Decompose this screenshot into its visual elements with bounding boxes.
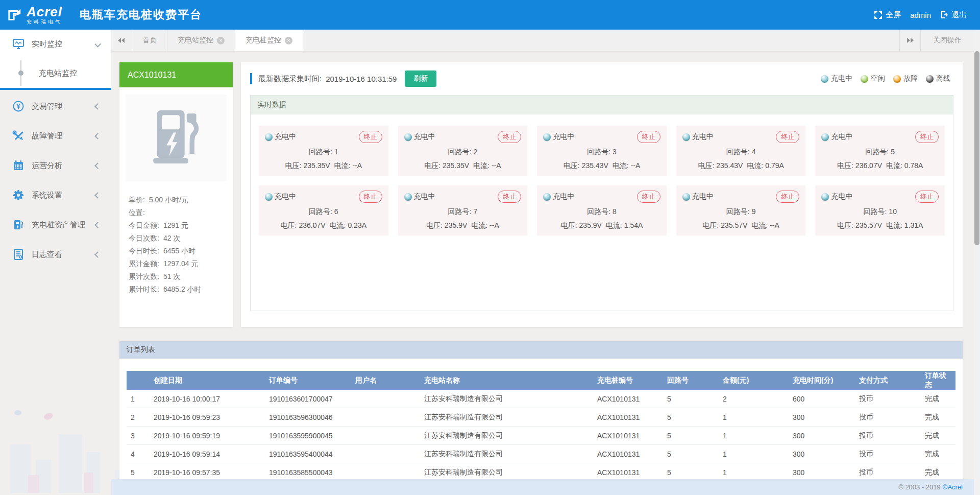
sidebar-item-transaction-management[interactable]: 交易管理 bbox=[0, 91, 111, 121]
stat-value: 5.00 小时/元 bbox=[149, 196, 188, 204]
logout-label: 退出 bbox=[951, 10, 967, 20]
tab-home[interactable]: 首页 bbox=[132, 30, 167, 51]
terminate-button[interactable]: 终止 bbox=[359, 191, 382, 203]
charging-pile-icon bbox=[12, 219, 24, 231]
stat-label: 今日金额: bbox=[129, 221, 159, 229]
sidebar-item-fault-management[interactable]: 故障管理 bbox=[0, 121, 111, 151]
logo-subtext: 安科瑞电气 bbox=[27, 19, 62, 25]
sidebar-item-label: 实时监控 bbox=[32, 39, 62, 49]
current-label: 电流: bbox=[334, 161, 350, 170]
acrel-footer-link[interactable]: ©Acrel bbox=[943, 483, 963, 491]
status-dot-icon bbox=[893, 75, 901, 83]
order-cell: 5 bbox=[663, 445, 719, 463]
realtime-monitor-panel: 最新数据采集时间: 2019-10-16 10:31:59 刷新 充电中 空闲 … bbox=[241, 62, 963, 327]
tabs-scroll-right-button[interactable] bbox=[899, 30, 920, 51]
close-operations-label: 关闭操作 bbox=[933, 36, 962, 45]
charging-status-icon bbox=[265, 133, 273, 141]
gear-icon bbox=[12, 189, 24, 201]
order-cell: 2019-10-16 09:59:23 bbox=[150, 408, 265, 427]
stat-value: 1291 元 bbox=[163, 221, 188, 229]
legend-label: 离线 bbox=[936, 74, 950, 83]
order-cell bbox=[351, 445, 420, 463]
charging-status-icon bbox=[682, 133, 690, 141]
voltage-value: 236.07V bbox=[855, 161, 882, 170]
index-column-header bbox=[127, 371, 150, 390]
orders-column-header: 充电站名称 bbox=[420, 371, 593, 390]
terminate-button[interactable]: 终止 bbox=[498, 191, 521, 203]
circuit-card: 充电中 终止 回路号:10 电压:235.57V 电流:1.31A bbox=[815, 185, 945, 235]
order-cell: ACX1010131 bbox=[593, 390, 663, 408]
terminate-button[interactable]: 终止 bbox=[915, 191, 939, 203]
voltage-label: 电压: bbox=[424, 161, 440, 170]
close-icon[interactable]: × bbox=[285, 37, 292, 44]
scrollbar-thumb[interactable] bbox=[974, 51, 979, 245]
sidebar-subitem-label: 充电站监控 bbox=[39, 68, 77, 78]
order-cell: 1 bbox=[719, 408, 789, 427]
station-icon-box bbox=[126, 95, 227, 181]
order-row: 42019-10-16 09:59:141910163595400044江苏安科… bbox=[127, 445, 955, 463]
circuit-status-label: 充电中 bbox=[553, 192, 574, 201]
terminate-button[interactable]: 终止 bbox=[498, 131, 521, 143]
fullscreen-button[interactable]: 全屏 bbox=[874, 10, 901, 20]
voltage-label: 电压: bbox=[426, 221, 443, 229]
circuit-card: 充电中 终止 回路号:8 电压:235.9V 电流:1.54A bbox=[537, 185, 667, 235]
terminate-button[interactable]: 终止 bbox=[359, 131, 382, 143]
station-stat: 今日次数:42 次 bbox=[129, 232, 233, 245]
sidebar-item-label: 交易管理 bbox=[32, 102, 62, 111]
order-cell: 江苏安科瑞制造有限公司 bbox=[420, 408, 593, 427]
order-cell: 1910163585500043 bbox=[265, 463, 351, 480]
order-cell: 1 bbox=[719, 463, 789, 480]
terminate-button[interactable]: 终止 bbox=[637, 191, 660, 203]
station-stat: 今日时长:6455 小时 bbox=[129, 245, 233, 257]
tabs-scroll-left-button[interactable] bbox=[111, 30, 132, 51]
order-cell: 1 bbox=[719, 427, 789, 445]
order-cell: 江苏安科瑞制造有限公司 bbox=[420, 463, 593, 480]
order-cell: 600 bbox=[789, 390, 855, 408]
close-operations-menu[interactable]: 关闭操作 bbox=[920, 30, 974, 51]
terminate-button[interactable]: 终止 bbox=[776, 131, 799, 143]
sidebar-item-system-settings[interactable]: 系统设置 bbox=[0, 180, 111, 210]
order-row: 52019-10-16 09:57:351910163585500043江苏安科… bbox=[127, 463, 955, 480]
order-cell: 5 bbox=[663, 408, 719, 427]
circuit-no-value: 1 bbox=[334, 148, 338, 156]
footer: © 2003 - 2019 ©Acrel bbox=[111, 479, 974, 495]
sidebar-item-realtime-monitor[interactable]: 实时监控 bbox=[0, 30, 111, 58]
voltage-label: 电压: bbox=[698, 161, 714, 170]
close-icon[interactable]: × bbox=[217, 37, 225, 44]
circuit-no-label: 回路号: bbox=[309, 207, 332, 216]
terminate-button[interactable]: 终止 bbox=[637, 131, 660, 143]
order-cell: 1910163601700047 bbox=[265, 390, 351, 408]
logout-button[interactable]: 退出 bbox=[940, 10, 967, 20]
terminate-button[interactable]: 终止 bbox=[776, 191, 799, 203]
user-menu[interactable]: admin bbox=[910, 11, 931, 19]
orders-column-header: 金额(元) bbox=[719, 371, 789, 390]
sidebar-item-operation-analysis[interactable]: 运营分析 bbox=[0, 151, 111, 180]
circuit-no-value: 5 bbox=[891, 148, 895, 156]
order-cell: 2 bbox=[127, 408, 150, 427]
charging-status-icon bbox=[821, 193, 829, 201]
terminate-button[interactable]: 终止 bbox=[915, 131, 939, 143]
current-label: 电流: bbox=[606, 221, 622, 229]
sidebar-item-charging-station-monitor[interactable]: 充电站监控 bbox=[0, 58, 111, 88]
circuit-status-label: 充电中 bbox=[275, 132, 296, 142]
sidebar-item-log-view[interactable]: 日志查看 bbox=[0, 240, 111, 269]
log-document-icon bbox=[12, 248, 24, 261]
orders-column-header: 订单状态 bbox=[921, 371, 955, 390]
circuit-card: 充电中 终止 回路号:2 电压:235.35V 电流:--A bbox=[398, 126, 528, 176]
circuit-card: 充电中 终止 回路号:3 电压:235.43V 电流:--A bbox=[537, 126, 667, 176]
circuit-card: 充电中 终止 回路号:9 电压:235.57V 电流:--A bbox=[676, 185, 806, 235]
sidebar-item-charging-pile-assets[interactable]: 充电桩资产管理 bbox=[0, 210, 111, 240]
station-stat: 累计时长:6485.2 小时 bbox=[129, 283, 233, 296]
charging-status-icon bbox=[682, 193, 690, 201]
order-cell: 投币 bbox=[855, 408, 921, 427]
tab-charging-station-monitor[interactable]: 充电站监控 × bbox=[167, 30, 235, 51]
refresh-button[interactable]: 刷新 bbox=[405, 70, 436, 87]
orders-column-header: 用户名 bbox=[351, 371, 420, 390]
voltage-label: 电压: bbox=[561, 221, 577, 229]
circuit-status-label: 充电中 bbox=[414, 192, 435, 201]
current-value: 0.79A bbox=[765, 161, 784, 170]
charging-status-icon bbox=[404, 133, 412, 141]
circuit-no-value: 2 bbox=[473, 148, 477, 156]
tab-charging-pile-monitor[interactable]: 充电桩监控 × bbox=[235, 30, 303, 51]
circuit-status-label: 充电中 bbox=[831, 132, 852, 142]
